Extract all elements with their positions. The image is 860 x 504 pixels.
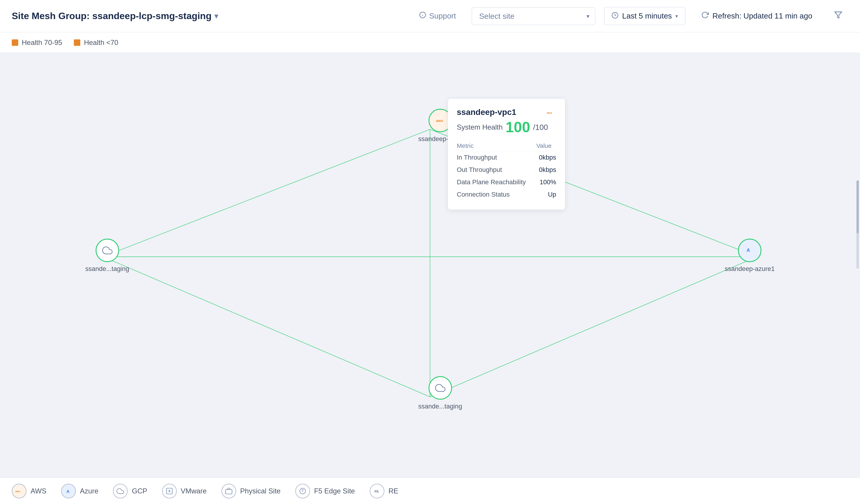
info-table: Metric Value In Throughput0kbpsOut Throu… (457, 140, 556, 201)
bottom-legend-aws: aws AWS (12, 484, 46, 499)
support-icon (419, 12, 426, 20)
legend-dot-2 (74, 39, 80, 46)
scroll-indicator[interactable] (857, 180, 859, 269)
bottom-legend-physical: Physical Site (221, 484, 281, 499)
legend-item-2: Health <70 (74, 39, 118, 47)
select-site-dropdown[interactable]: Select site (472, 8, 595, 25)
bottom-legend-re: RE RE (370, 484, 398, 499)
info-card-header: ssandeep-vpc1 aws (457, 107, 556, 117)
node-left-circle (96, 239, 119, 262)
bottom-legend-vm-label: VMware (181, 487, 207, 495)
bottom-legend-aws-label: AWS (31, 487, 46, 495)
table-row: Connection StatusUp (457, 188, 556, 201)
svg-line-5 (103, 257, 430, 397)
table-row: Out Throughput0kbps (457, 164, 556, 176)
node-bottom[interactable]: ssande...taging (418, 376, 462, 410)
value-cell: 0kbps (536, 151, 556, 164)
bottom-legend-gcp: GCP (113, 484, 147, 499)
svg-text:A: A (746, 248, 750, 253)
clock-icon (612, 12, 618, 20)
svg-line-6 (430, 257, 757, 397)
node-right-circle: A (738, 239, 761, 262)
metric-cell: In Throughput (457, 151, 536, 164)
svg-marker-2 (835, 12, 842, 18)
metric-cell: Out Throughput (457, 164, 536, 176)
filter-button[interactable] (828, 7, 848, 25)
info-card: ssandeep-vpc1 aws System Health 100 /100… (448, 99, 565, 210)
filter-icon (834, 12, 842, 21)
toolbar: Site Mesh Group: ssandeep-lcp-smg-stagin… (0, 0, 860, 32)
col-value: Value (536, 140, 556, 151)
legend-bar: Health 70-95 Health <70 (0, 32, 860, 53)
metric-cell: Connection Status (457, 188, 536, 201)
time-filter-button[interactable]: Last 5 minutes ▾ (604, 7, 685, 25)
legend-item-1: Health 70-95 (12, 39, 62, 47)
bottom-legend-re-label: RE (388, 487, 398, 495)
bottom-legend-physical-label: Physical Site (240, 487, 281, 495)
svg-line-3 (103, 129, 430, 256)
f5-icon (295, 484, 310, 499)
info-card-title: ssandeep-vpc1 (457, 107, 516, 117)
support-label: Support (429, 12, 456, 20)
col-metric: Metric (457, 140, 536, 151)
svg-text:aws: aws (436, 119, 443, 123)
bottom-legend-gcp-label: GCP (132, 487, 147, 495)
page-container: Site Mesh Group: ssandeep-lcp-smg-stagin… (0, 0, 860, 504)
refresh-label: Refresh: Updated 11 min ago (712, 12, 812, 20)
bottom-legend-azure: A Azure (61, 484, 99, 499)
svg-text:RE: RE (374, 490, 379, 493)
gcp-icon (113, 484, 128, 499)
svg-text:aws: aws (547, 111, 552, 114)
value-cell: 100% (536, 176, 556, 188)
health-label: System Health (457, 123, 503, 131)
canvas-area: aws ssandeep-vpc1 ssande...taging A ssan… (0, 53, 860, 477)
support-button[interactable]: Support (412, 8, 463, 25)
refresh-button[interactable]: Refresh: Updated 11 min ago (694, 7, 819, 25)
svg-rect-15 (226, 489, 232, 494)
node-left-label: ssande...taging (85, 265, 129, 273)
vmware-icon (162, 484, 177, 499)
azure-icon: A (61, 484, 76, 499)
bottom-legend-azure-label: Azure (80, 487, 99, 495)
node-left[interactable]: ssande...taging (85, 239, 129, 273)
scroll-thumb (857, 180, 859, 233)
re-icon: RE (370, 484, 384, 499)
svg-text:A: A (66, 489, 69, 493)
svg-text:aws: aws (15, 490, 20, 493)
value-cell: 0kbps (536, 164, 556, 176)
bottom-legend-f5: F5 Edge Site (295, 484, 355, 499)
refresh-icon (701, 11, 709, 21)
aws-icon: aws (12, 484, 27, 499)
title-dropdown-icon[interactable]: ▾ (214, 12, 218, 20)
legend-dot-1 (12, 39, 18, 46)
info-card-logo: aws (547, 109, 556, 115)
page-title-text: Site Mesh Group: ssandeep-lcp-smg-stagin… (12, 11, 212, 21)
physical-icon (221, 484, 236, 499)
node-right[interactable]: A ssandeep-azure1 (725, 239, 775, 273)
table-row: Data Plane Reachability100% (457, 176, 556, 188)
value-cell: Up (536, 188, 556, 201)
table-row: In Throughput0kbps (457, 151, 556, 164)
select-site-wrapper: Select site ▾ (472, 8, 595, 25)
bottom-legend: aws AWS A Azure GCP (0, 477, 860, 504)
bottom-legend-vm: VMware (162, 484, 207, 499)
node-bottom-label: ssande...taging (418, 403, 462, 410)
bottom-legend-f5-label: F5 Edge Site (314, 487, 355, 495)
time-chevron-icon: ▾ (675, 13, 678, 19)
health-row: System Health 100 /100 (457, 120, 556, 135)
page-title: Site Mesh Group: ssandeep-lcp-smg-stagin… (12, 11, 218, 21)
health-value: 100 (505, 120, 530, 135)
time-filter-label: Last 5 minutes (622, 12, 672, 20)
node-bottom-circle (429, 376, 452, 400)
metric-cell: Data Plane Reachability (457, 176, 536, 188)
legend-label-2: Health <70 (84, 39, 118, 47)
legend-label-1: Health 70-95 (22, 39, 62, 47)
health-max: /100 (533, 123, 548, 132)
node-right-label: ssandeep-azure1 (725, 265, 775, 273)
